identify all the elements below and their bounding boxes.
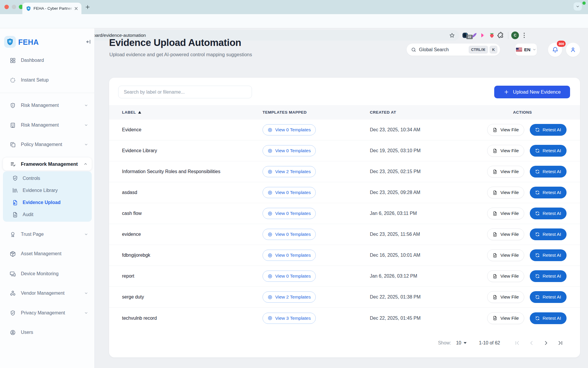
view-file-button[interactable]: View File: [487, 145, 524, 157]
sidebar-item-dashboard[interactable]: Dashboard: [0, 54, 95, 67]
view-eye-icon: [268, 190, 273, 195]
extension-icon-arrow[interactable]: [480, 32, 487, 39]
retest-ai-button[interactable]: Retest AI: [530, 228, 567, 240]
browser-menu-icon[interactable]: [521, 32, 528, 39]
page-subtitle: Upload evidence and get AI-powered contr…: [109, 52, 252, 57]
extension-icon-feather[interactable]: [471, 32, 478, 39]
view-file-button[interactable]: View File: [487, 187, 524, 198]
tab-title: FEHA - Cyber Partner for Sec: [34, 6, 74, 11]
evidence-label: cash flow: [122, 211, 263, 216]
traffic-light-close[interactable]: [4, 5, 9, 9]
view-file-button[interactable]: View File: [487, 270, 524, 282]
sidebar-item-instant-setup[interactable]: Instant Setup: [0, 74, 95, 87]
file-text-icon: [492, 127, 497, 132]
view-templates-button[interactable]: View 0 Templates: [263, 208, 316, 219]
file-text-icon: [12, 212, 18, 218]
language-selector[interactable]: EN: [515, 44, 537, 56]
retest-ai-button[interactable]: Retest AI: [530, 187, 567, 198]
view-file-button[interactable]: View File: [487, 291, 524, 303]
extension-icon-strawberry[interactable]: [488, 32, 495, 39]
sidebar-item-asset-management[interactable]: Asset Management: [0, 247, 95, 260]
traffic-light-minimize[interactable]: [12, 5, 16, 9]
view-templates-button[interactable]: View 0 Templates: [263, 145, 316, 156]
view-templates-button[interactable]: View 0 Templates: [263, 250, 316, 261]
retest-ai-button[interactable]: Retest AI: [530, 270, 567, 282]
global-search-input[interactable]: [419, 47, 469, 52]
browser-chrome-dropdown-button[interactable]: [574, 2, 582, 11]
sidebar-item-controls[interactable]: Controls: [3, 172, 92, 184]
pagination-range: 1-10 of 62: [479, 340, 500, 346]
file-text-icon: [492, 295, 497, 300]
sidebar-item-policy-management[interactable]: Policy Management: [0, 138, 95, 151]
created-at-value: Jan 6, 2026, 03:11 PM: [370, 211, 487, 216]
sidebar-item-evidence-upload[interactable]: Evidence Upload: [3, 197, 92, 209]
sidebar-item-framework-management[interactable]: Framework Management: [3, 158, 92, 170]
sidebar-item-users[interactable]: Users: [0, 326, 95, 339]
upload-new-evidence-button[interactable]: Upload New Evidence: [494, 86, 570, 98]
column-header-label[interactable]: LABEL: [122, 110, 263, 115]
sidebar-item-audit[interactable]: Audit: [3, 209, 92, 221]
browser-tab[interactable]: FEHA - Cyber Partner for Sec: [22, 3, 81, 14]
view-file-button[interactable]: View File: [487, 249, 524, 261]
retest-ai-button[interactable]: Retest AI: [530, 312, 567, 324]
browser-profile-avatar[interactable]: C: [511, 32, 519, 39]
bookmark-star-icon[interactable]: [449, 32, 455, 39]
url-text[interactable]: dev.fehagrc.com/dashboard/evidence-autom…: [46, 33, 449, 38]
page-size-selector[interactable]: 10: [456, 340, 467, 346]
view-templates-button[interactable]: View 3 Templates: [263, 313, 316, 324]
view-templates-button[interactable]: View 0 Templates: [263, 187, 316, 198]
chevron-up-icon: [83, 162, 88, 166]
view-file-button[interactable]: View File: [487, 228, 524, 240]
sidebar-collapse-icon[interactable]: [86, 39, 92, 45]
bell-icon: [552, 47, 559, 53]
table-row: serge duty View 2 Templates Dec 22, 2025…: [109, 287, 580, 308]
profile-button[interactable]: [566, 43, 580, 57]
refresh-icon: [535, 295, 540, 299]
retest-ai-button[interactable]: Retest AI: [530, 145, 567, 157]
refresh-icon: [535, 232, 540, 237]
view-file-button[interactable]: View File: [487, 124, 524, 136]
view-file-button[interactable]: View File: [487, 208, 524, 219]
view-file-button[interactable]: View File: [487, 166, 524, 178]
new-tab-button[interactable]: [85, 4, 91, 10]
chevron-down-icon: [84, 142, 88, 147]
view-templates-button[interactable]: View 0 Templates: [263, 271, 316, 282]
previous-page-icon[interactable]: [528, 340, 535, 346]
next-page-icon[interactable]: [543, 340, 549, 346]
sidebar-item-device-monitoring[interactable]: Device Monitoring: [0, 267, 95, 280]
view-templates-button[interactable]: View 2 Templates: [263, 166, 316, 177]
sidebar-item-risk-management-1[interactable]: Risk Management: [0, 99, 95, 112]
file-text-icon: [492, 190, 497, 195]
view-templates-button[interactable]: View 0 Templates: [263, 229, 316, 240]
chevron-down-icon: [84, 103, 88, 107]
retest-ai-button[interactable]: Retest AI: [530, 124, 567, 136]
sidebar-item-risk-management-2[interactable]: Risk Management: [0, 119, 95, 132]
retest-ai-button[interactable]: Retest AI: [530, 166, 567, 178]
first-page-icon[interactable]: [514, 340, 520, 346]
last-page-icon[interactable]: [557, 340, 564, 346]
global-search[interactable]: CTRL/⌘ K: [407, 44, 500, 56]
sidebar-item-vendor-management[interactable]: Vendor Management: [0, 287, 95, 300]
retest-ai-button[interactable]: Retest AI: [530, 291, 567, 303]
chevron-down-icon: [84, 291, 88, 295]
view-file-button[interactable]: View File: [487, 312, 524, 324]
url-bar[interactable]: dev.fehagrc.com/dashboard/evidence-autom…: [34, 30, 459, 41]
evidence-label: serge duty: [122, 294, 263, 300]
view-templates-button[interactable]: View 0 Templates: [263, 124, 316, 135]
table-body: Evidence View 0 Templates Dec 23, 2025, …: [109, 120, 580, 329]
sidebar-item-privacy-management[interactable]: Privacy Management: [0, 306, 95, 319]
table-row: report View 0 Templates Jan 6, 2026, 03:…: [109, 266, 580, 287]
sidebar-item-evidence-library[interactable]: Evidence Library: [3, 184, 92, 196]
created-at-value: Dec 23, 2025, 09:28 AM: [370, 190, 487, 195]
sidebar-item-trust-page[interactable]: Trust Page: [0, 228, 95, 241]
page-title: Evidence Upload Automation: [109, 37, 241, 48]
view-templates-button[interactable]: View 2 Templates: [263, 291, 316, 303]
tab-close-icon[interactable]: [74, 6, 78, 11]
retest-ai-button[interactable]: Retest AI: [530, 249, 567, 261]
tab-favicon-shield-icon: [26, 6, 31, 11]
retest-ai-button[interactable]: Retest AI: [530, 208, 567, 219]
table-search-input[interactable]: [118, 86, 252, 98]
extensions-puzzle-icon[interactable]: [497, 32, 504, 39]
table-row: Evidence View 0 Templates Dec 23, 2025, …: [109, 120, 580, 140]
view-eye-icon: [268, 274, 273, 279]
